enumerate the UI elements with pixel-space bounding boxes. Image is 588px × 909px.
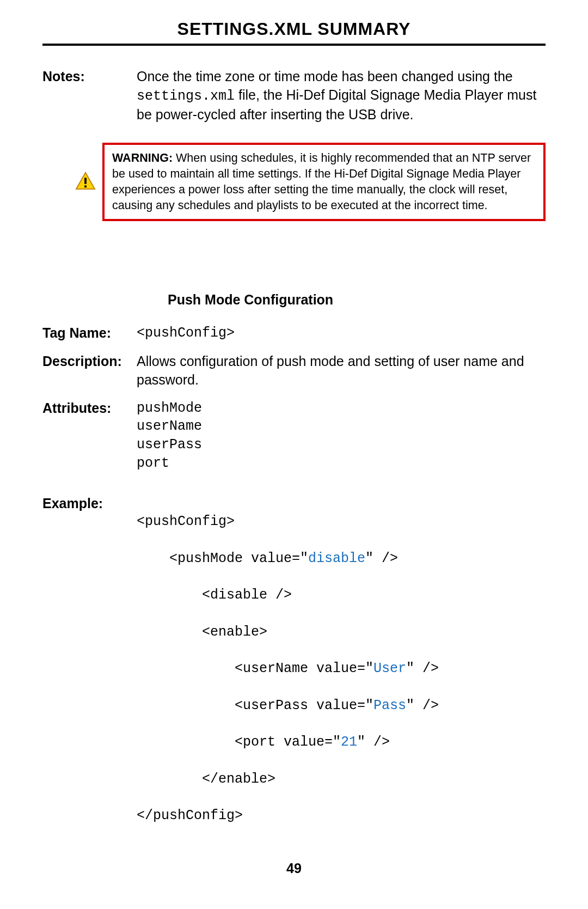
notes-label: Notes:	[42, 68, 137, 86]
tagname-row: Tag Name: <pushConfig>	[42, 324, 546, 343]
attributes-list: pushMode userName userPass port	[137, 399, 546, 473]
example-row: Example: <pushConfig> <pushMode value="d…	[42, 495, 546, 862]
notes-row: Notes: Once the time zone or time mode h…	[42, 68, 546, 124]
code-line: <disable />	[137, 586, 546, 605]
svg-rect-1	[84, 178, 87, 184]
attributes-label: Attributes:	[42, 399, 137, 418]
page-title: SETTINGS.XML SUMMARY	[42, 19, 546, 44]
notes-text: Once the time zone or time mode has been…	[137, 68, 546, 124]
description-row: Description: Allows configuration of pus…	[42, 352, 546, 389]
example-code: <pushConfig> <pushMode value="disable" /…	[137, 495, 546, 862]
attr-item: port	[137, 454, 546, 473]
document-page: SETTINGS.XML SUMMARY Notes: Once the tim…	[0, 0, 588, 862]
code-line: <pushConfig>	[137, 513, 546, 531]
notes-code: settings.xml	[137, 88, 235, 104]
warning-box: WARNING: When using schedules, it is hig…	[102, 143, 546, 221]
description-label: Description:	[42, 352, 137, 371]
attr-item: userPass	[137, 436, 546, 454]
warning-icon	[75, 172, 96, 192]
tagname-label: Tag Name:	[42, 324, 137, 343]
code-line: </pushConfig>	[137, 807, 546, 825]
warning-text: When using schedules, it is highly recom…	[112, 151, 531, 212]
attributes-row: Attributes: pushMode userName userPass p…	[42, 399, 546, 473]
example-label: Example:	[42, 495, 137, 513]
attr-item: pushMode	[137, 399, 546, 418]
section-header: Push Mode Configuration	[168, 292, 546, 308]
notes-pre: Once the time zone or time mode has been…	[137, 69, 513, 84]
code-line: <userPass value="Pass" />	[137, 697, 546, 715]
warning-row: WARNING: When using schedules, it is hig…	[75, 143, 546, 221]
page-number: 49	[0, 861, 588, 876]
description-value: Allows configuration of push mode and se…	[137, 352, 546, 389]
attr-item: userName	[137, 417, 546, 436]
code-line: <port value="21" />	[137, 733, 546, 752]
tagname-value: <pushConfig>	[137, 324, 546, 343]
warning-label: WARNING:	[112, 151, 173, 164]
code-line: <enable>	[137, 623, 546, 642]
code-line: <userName value="User" />	[137, 660, 546, 678]
svg-rect-2	[84, 186, 87, 188]
title-rule	[42, 44, 546, 46]
code-line: </enable>	[137, 770, 546, 789]
code-line: <pushMode value="disable" />	[137, 550, 546, 568]
